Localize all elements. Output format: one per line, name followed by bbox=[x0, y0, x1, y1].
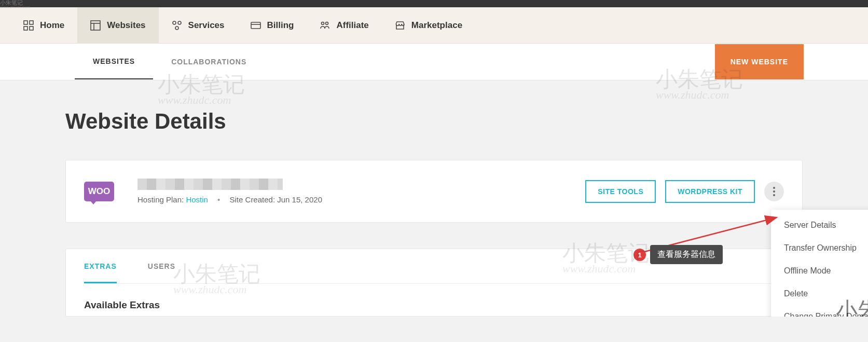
menu-change-primary-domain[interactable]: Change Primary Domain bbox=[771, 305, 868, 317]
svg-point-7 bbox=[173, 21, 176, 24]
tab-users[interactable]: USERS bbox=[132, 249, 191, 283]
watermark-url: www.zhudc.com bbox=[0, 5, 30, 9]
sub-nav: WEBSITES COLLABORATIONS NEW WEBSITE bbox=[64, 44, 804, 80]
annotation-label: 查看服务器信息 bbox=[650, 245, 723, 264]
nav-label: Billing bbox=[267, 20, 294, 31]
svg-point-13 bbox=[326, 22, 328, 24]
svg-rect-3 bbox=[30, 26, 33, 30]
nav-label: Websites bbox=[107, 20, 145, 31]
store-icon bbox=[395, 20, 405, 31]
card-icon bbox=[251, 20, 261, 31]
kebab-menu-button[interactable] bbox=[764, 182, 784, 201]
site-meta: Hosting Plan: Hostin • Site Created: Jun… bbox=[137, 195, 585, 204]
hosting-plan-link[interactable]: Hostin bbox=[186, 195, 208, 204]
wordpress-kit-button[interactable]: WORDPRESS KIT bbox=[665, 180, 755, 203]
svg-point-12 bbox=[322, 22, 324, 24]
svg-rect-0 bbox=[24, 21, 27, 24]
nav-label: Affiliate bbox=[336, 20, 368, 31]
menu-transfer-ownership[interactable]: Transfer Ownership bbox=[771, 237, 868, 259]
separator-dot: • bbox=[217, 195, 220, 204]
nav-affiliate[interactable]: Affiliate bbox=[307, 7, 381, 44]
nav-services[interactable]: Services bbox=[159, 7, 238, 44]
watermark: www.zhudc.com bbox=[158, 93, 231, 107]
created-date: Jun 15, 2020 bbox=[277, 195, 322, 204]
layout-icon bbox=[90, 20, 101, 31]
svg-rect-1 bbox=[30, 21, 33, 24]
svg-rect-2 bbox=[24, 26, 27, 30]
services-icon bbox=[172, 20, 182, 31]
nav-billing[interactable]: Billing bbox=[238, 7, 307, 44]
nav-label: Marketplace bbox=[411, 20, 462, 31]
site-tools-button[interactable]: SITE TOOLS bbox=[585, 180, 656, 203]
nav-label: Services bbox=[188, 20, 225, 31]
grid-icon bbox=[23, 20, 34, 31]
tab-collaborations[interactable]: COLLABORATIONS bbox=[153, 45, 265, 79]
available-extras-heading: Available Extras bbox=[84, 284, 784, 316]
menu-delete[interactable]: Delete bbox=[771, 282, 868, 305]
hosting-plan-label: Hosting Plan: bbox=[137, 195, 184, 204]
nav-home[interactable]: Home bbox=[10, 7, 77, 44]
svg-point-8 bbox=[178, 21, 181, 24]
menu-server-details[interactable]: Server Details bbox=[771, 214, 868, 237]
tab-extras[interactable]: EXTRAS bbox=[84, 249, 117, 283]
tab-websites[interactable]: WEBSITES bbox=[75, 44, 153, 79]
svg-rect-4 bbox=[91, 21, 100, 30]
nav-websites[interactable]: Websites bbox=[77, 7, 158, 44]
site-name-redacted bbox=[137, 179, 283, 190]
created-label: Site Created: bbox=[230, 195, 275, 204]
menu-offline-mode[interactable]: Offline Mode bbox=[771, 259, 868, 282]
page-title: Website Details bbox=[65, 109, 803, 134]
svg-point-9 bbox=[175, 26, 178, 30]
nav-marketplace[interactable]: Marketplace bbox=[382, 7, 475, 44]
svg-rect-10 bbox=[251, 22, 260, 29]
annotation-badge: 1 bbox=[633, 249, 646, 261]
main-nav: Home Websites Services Billing Affiliate… bbox=[0, 7, 868, 44]
people-icon bbox=[320, 20, 330, 31]
site-options-dropdown: Server Details Transfer Ownership Offlin… bbox=[771, 210, 868, 317]
website-card: WOO Hosting Plan: Hostin • Site Created:… bbox=[65, 160, 803, 223]
watermark: www.zhudc.com bbox=[656, 88, 729, 102]
new-website-button[interactable]: NEW WEBSITE bbox=[715, 44, 804, 79]
woo-logo: WOO bbox=[84, 182, 114, 201]
top-bar: 小朱笔记 www.zhudc.com bbox=[0, 0, 868, 7]
nav-label: Home bbox=[40, 20, 64, 31]
